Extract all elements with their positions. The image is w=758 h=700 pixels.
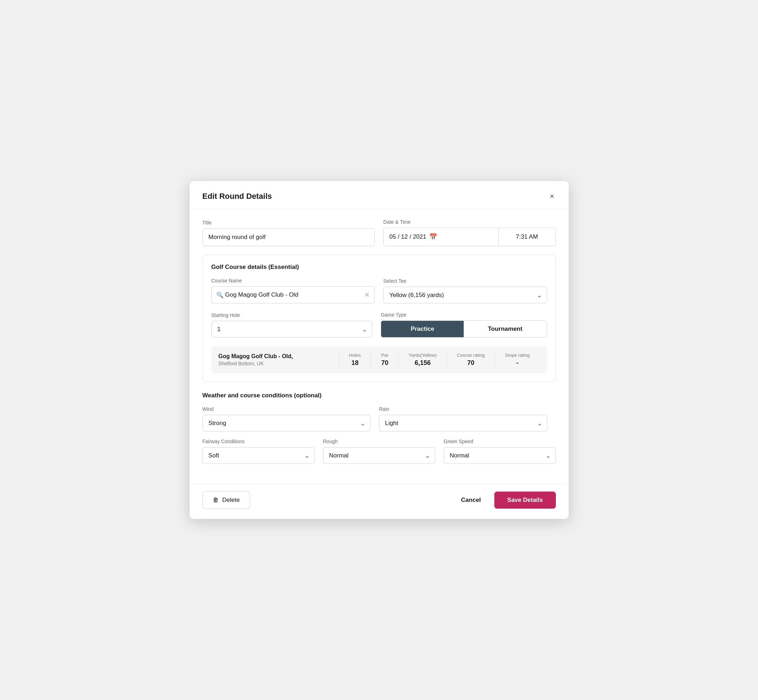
green-speed-group: Green Speed Slow Normal Fast Very Fast ⌄	[444, 439, 556, 464]
course-rating-label: Course rating	[457, 353, 485, 358]
course-info-name: Gog Magog Golf Club - Old, Shelford Bott…	[219, 353, 339, 366]
slope-rating-value: -	[516, 359, 518, 367]
clear-icon[interactable]: ✕	[365, 291, 370, 299]
save-button[interactable]: Save Details	[494, 492, 556, 509]
holes-label: Holes	[349, 353, 361, 358]
wind-label: Wind	[202, 406, 371, 412]
trash-icon: 🗑	[213, 497, 219, 504]
yards-label: Yards(Yellow)	[409, 353, 437, 358]
title-date-row: Title Date & Time 05 / 12 / 2021 📅 7:31 …	[202, 219, 556, 246]
date-time-group: Date & Time 05 / 12 / 2021 📅 7:31 AM	[383, 219, 556, 246]
wind-select-wrap: Calm Light Moderate Strong Very Strong ⌄	[202, 415, 371, 431]
rain-label: Rain	[379, 406, 547, 412]
rough-group: Rough Short Normal Long ⌄	[323, 439, 435, 464]
starting-hole-label: Starting Hole	[211, 312, 373, 318]
title-label: Title	[202, 220, 375, 225]
close-button[interactable]: ×	[548, 191, 556, 202]
fairway-group: Fairway Conditions Hard Firm Normal Soft…	[202, 439, 315, 464]
delete-button[interactable]: 🗑 Delete	[202, 491, 250, 509]
game-type-group: Game Type Practice Tournament	[381, 312, 547, 338]
practice-button[interactable]: Practice	[381, 321, 464, 337]
par-value: 70	[381, 359, 388, 367]
select-tee-wrap: Yellow (6,156 yards) White Red ⌄	[383, 287, 547, 303]
calendar-icon: 📅	[429, 233, 437, 241]
edit-round-modal: Edit Round Details × Title Date & Time 0…	[190, 181, 568, 519]
starting-hole-dropdown[interactable]: 1 2 10	[211, 321, 373, 338]
course-info-name-text: Gog Magog Golf Club - Old,	[219, 353, 339, 359]
course-name-search-wrap: 🔍 ✕	[211, 286, 375, 303]
yards-value: 6,156	[415, 359, 431, 367]
modal-body: Title Date & Time 05 / 12 / 2021 📅 7:31 …	[190, 209, 568, 484]
modal-title: Edit Round Details	[202, 192, 272, 201]
course-name-group: Course Name 🔍 ✕	[211, 278, 375, 303]
time-value: 7:31 AM	[516, 233, 538, 241]
course-name-label: Course Name	[211, 278, 375, 283]
hole-gametype-row: Starting Hole 1 2 10 ⌄ Game Type Practic…	[211, 312, 547, 338]
par-label: Par	[381, 353, 388, 358]
golf-course-title: Golf Course details (Essential)	[211, 264, 547, 271]
fairway-select-wrap: Hard Firm Normal Soft Wet ⌄	[202, 447, 315, 464]
course-info-location: Shelford Bottom, UK	[219, 361, 339, 366]
date-part[interactable]: 05 / 12 / 2021 📅	[384, 228, 498, 246]
golf-course-section: Golf Course details (Essential) Course N…	[202, 255, 556, 382]
weather-title: Weather and course conditions (optional)	[202, 392, 556, 399]
course-stat-slope-rating: Slope rating -	[495, 353, 539, 367]
modal-footer: 🗑 Delete Cancel Save Details	[190, 484, 568, 519]
search-icon: 🔍	[216, 292, 224, 298]
rough-dropdown[interactable]: Short Normal Long	[323, 447, 435, 464]
wind-dropdown[interactable]: Calm Light Moderate Strong Very Strong	[202, 415, 371, 431]
modal-header: Edit Round Details ×	[190, 181, 568, 209]
cancel-button[interactable]: Cancel	[458, 492, 485, 509]
select-tee-label: Select Tee	[383, 278, 547, 284]
select-tee-dropdown[interactable]: Yellow (6,156 yards) White Red	[383, 287, 547, 303]
wind-group: Wind Calm Light Moderate Strong Very Str…	[202, 406, 371, 431]
course-tee-row: Course Name 🔍 ✕ Select Tee Yellow (6,156…	[211, 278, 547, 303]
rough-select-wrap: Short Normal Long ⌄	[323, 447, 435, 464]
title-field-group: Title	[202, 220, 375, 246]
title-input[interactable]	[202, 228, 375, 246]
course-stat-course-rating: Course rating 70	[446, 353, 495, 367]
rain-group: Rain None Light Moderate Heavy ⌄	[379, 406, 547, 431]
tournament-button[interactable]: Tournament	[464, 321, 546, 337]
select-tee-group: Select Tee Yellow (6,156 yards) White Re…	[383, 278, 547, 303]
footer-right: Cancel Save Details	[458, 492, 556, 509]
fairway-rough-green-row: Fairway Conditions Hard Firm Normal Soft…	[202, 439, 556, 464]
green-speed-label: Green Speed	[444, 439, 556, 444]
game-type-label: Game Type	[381, 312, 547, 318]
green-speed-dropdown[interactable]: Slow Normal Fast Very Fast	[444, 447, 556, 464]
date-value: 05 / 12 / 2021	[389, 233, 426, 241]
time-part[interactable]: 7:31 AM	[498, 228, 556, 246]
course-info-row: Gog Magog Golf Club - Old, Shelford Bott…	[211, 346, 547, 373]
holes-value: 18	[351, 359, 359, 367]
course-rating-value: 70	[467, 359, 475, 367]
course-name-input[interactable]	[211, 286, 375, 303]
wind-rain-row: Wind Calm Light Moderate Strong Very Str…	[202, 406, 556, 431]
course-stat-holes: Holes 18	[339, 353, 371, 367]
course-stat-yards: Yards(Yellow) 6,156	[398, 353, 446, 367]
rain-select-wrap: None Light Moderate Heavy ⌄	[379, 415, 547, 431]
starting-hole-wrap: 1 2 10 ⌄	[211, 321, 373, 338]
slope-rating-label: Slope rating	[505, 353, 529, 358]
date-time-label: Date & Time	[383, 219, 556, 225]
fairway-dropdown[interactable]: Hard Firm Normal Soft Wet	[202, 447, 315, 464]
course-stat-par: Par 70	[371, 353, 398, 367]
fairway-label: Fairway Conditions	[202, 439, 315, 444]
date-time-input[interactable]: 05 / 12 / 2021 📅 7:31 AM	[383, 228, 556, 246]
rough-label: Rough	[323, 439, 435, 444]
delete-label: Delete	[222, 497, 240, 504]
rain-dropdown[interactable]: None Light Moderate Heavy	[379, 415, 547, 431]
green-speed-select-wrap: Slow Normal Fast Very Fast ⌄	[444, 447, 556, 464]
starting-hole-group: Starting Hole 1 2 10 ⌄	[211, 312, 373, 338]
game-type-toggle: Practice Tournament	[381, 320, 547, 338]
weather-section: Weather and course conditions (optional)…	[202, 392, 556, 464]
